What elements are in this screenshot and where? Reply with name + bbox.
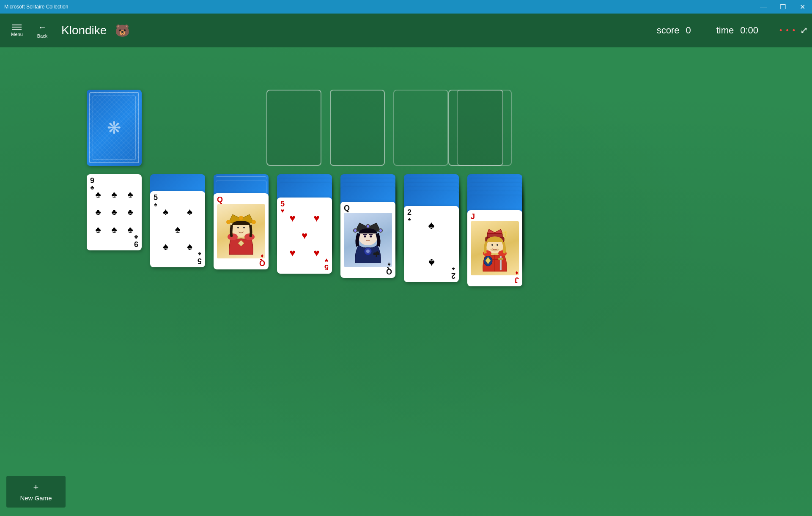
score-section: score 0	[657, 25, 691, 36]
back-arrow-icon: ←	[38, 22, 47, 32]
time-label: time	[716, 25, 734, 36]
card-back-center: ❋	[93, 96, 136, 160]
svg-point-8	[228, 233, 238, 240]
jack-diamonds-figure	[474, 225, 516, 272]
tableau-col-6-card-face[interactable]: 2 ♠ ♠ ♠ 2 ♠	[404, 206, 459, 282]
foundation-1[interactable]	[266, 90, 321, 166]
svg-point-3	[252, 220, 256, 224]
svg-point-6	[243, 227, 245, 228]
card-rank-bottom-6: 2 ♠	[451, 266, 455, 280]
restore-button[interactable]: ❐	[773, 0, 793, 14]
svg-marker-24	[487, 229, 502, 233]
app-title: Microsoft Solitaire Collection	[4, 4, 68, 10]
card-rank-bottom-4: 5 ♥	[324, 258, 329, 271]
jack-diamonds-art	[471, 221, 519, 275]
tableau-col-5-card-face[interactable]: Q ♠	[340, 202, 395, 278]
foundation-2[interactable]	[330, 90, 385, 166]
window-controls: — ❐ ✕	[754, 0, 812, 14]
minimize-button[interactable]: —	[754, 0, 773, 14]
card-rank-bottom-7: J ♦	[515, 270, 519, 284]
tableau-col-3-card-face[interactable]: Q ♦	[214, 193, 269, 269]
hamburger-line-3	[12, 29, 22, 30]
score-value: 0	[686, 25, 691, 36]
nine-clubs-pips: ♣♣♣ ♣♣♣ ♣♣♣	[90, 186, 138, 239]
new-game-button[interactable]: + New Game	[6, 476, 66, 508]
svg-point-15	[367, 225, 369, 228]
svg-point-19	[370, 236, 372, 238]
svg-point-16	[379, 229, 382, 232]
rank-text: 9	[90, 177, 94, 184]
tableau-col-4-card-face[interactable]: 5 ♥ ♥♥ ♥ ♥♥ 5 ♥	[277, 198, 332, 274]
title-bar: Microsoft Solitaire Collection — ❐ ✕	[0, 0, 812, 14]
two-spades-pips: ♠ ♠	[407, 219, 455, 269]
card-rank-bottom-2: 5 ♠	[198, 251, 202, 265]
bear-icon: 🐻	[115, 24, 130, 38]
close-button[interactable]: ✕	[793, 0, 812, 14]
svg-point-9	[244, 233, 255, 240]
svg-point-14	[354, 229, 357, 232]
tableau-col-1-card-1[interactable]: 9 ♣ ♣♣♣ ♣♣♣ ♣♣♣ 9 ♣	[87, 174, 142, 250]
card-rank-bottom-3: Q ♦	[259, 253, 265, 267]
hamburger-line-2	[12, 27, 22, 27]
svg-point-21	[366, 250, 370, 253]
new-game-plus-icon: +	[33, 482, 39, 493]
options-button[interactable]: • • •	[779, 26, 796, 35]
queen-diamonds-figure	[220, 208, 262, 255]
svg-point-27	[497, 244, 498, 246]
back-button[interactable]: ← Back	[30, 14, 55, 47]
five-hearts-pips: ♥♥ ♥ ♥♥	[280, 209, 329, 262]
menu-button[interactable]: Menu	[4, 14, 30, 47]
five-spades-pips: ♠♠ ♠ ♠♠	[154, 203, 202, 255]
svg-point-18	[364, 236, 366, 238]
queen-diamonds-art	[217, 204, 265, 258]
game-area: ❋ 9 ♣ ♣♣♣ ♣♣♣ ♣♣♣ 9 ♣ 5 ♠	[0, 47, 812, 516]
queen-spades-figure	[347, 217, 389, 263]
card-back-ornament: ❋	[107, 118, 121, 137]
score-label: score	[657, 25, 680, 36]
card-rank-bottom-1: 9 ♣	[134, 234, 138, 248]
fullscreen-button[interactable]: ⤢	[800, 25, 808, 36]
tableau-col-2-card-face[interactable]: 5 ♠ ♠♠ ♠ ♠♠ 5 ♠	[150, 191, 205, 267]
card-rank-bottom-5: Q ♠	[386, 262, 392, 275]
menu-label: Menu	[11, 32, 23, 37]
time-section: time 0:00	[716, 25, 758, 36]
svg-rect-28	[500, 255, 502, 270]
queen-spades-art	[344, 213, 392, 267]
hamburger-line-1	[12, 25, 22, 25]
tableau-col-7-card-face[interactable]: J ♦	[467, 210, 522, 286]
svg-point-5	[237, 227, 239, 228]
svg-point-26	[491, 244, 493, 246]
svg-rect-29	[498, 258, 503, 260]
header-right-controls: • • • ⤢	[779, 25, 808, 36]
game-title: Klondike	[61, 24, 107, 37]
svg-point-2	[239, 216, 243, 220]
stock-pile[interactable]: ❋	[87, 90, 142, 166]
time-value: 0:00	[740, 25, 758, 36]
app-header: Menu ← Back Klondike 🐻 score 0 time 0:00…	[0, 14, 812, 47]
back-label: Back	[37, 33, 47, 38]
foundation-3[interactable]	[393, 90, 448, 166]
foundation-4[interactable]	[457, 90, 512, 166]
new-game-label: New Game	[20, 494, 52, 502]
svg-point-1	[226, 220, 230, 224]
